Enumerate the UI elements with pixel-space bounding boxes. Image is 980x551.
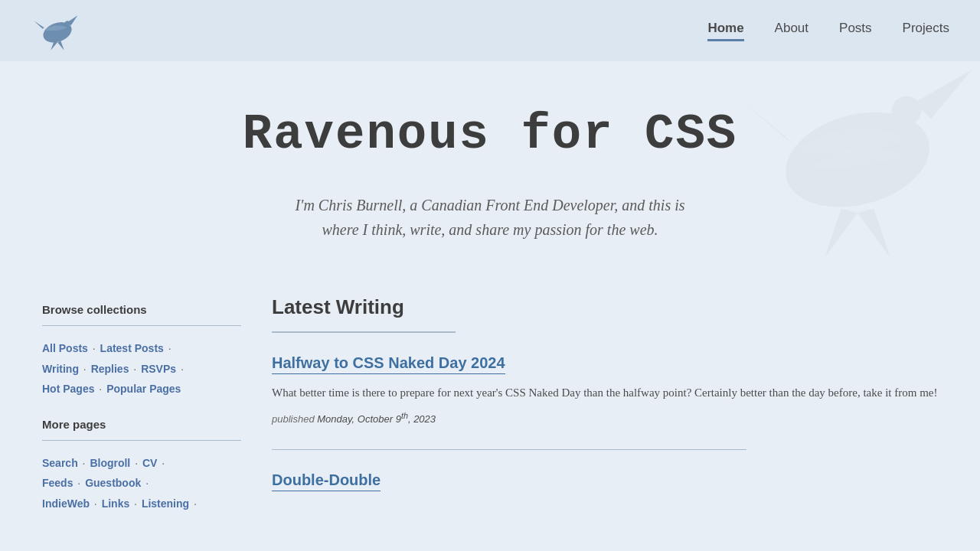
- hero-section: Ravenous for CSS I'm Chris Burnell, a Ca…: [0, 61, 980, 272]
- more-links: Search · Blogroll · CV · Feeds · Guestbo…: [42, 453, 241, 514]
- nav-link-posts[interactable]: Posts: [839, 21, 872, 35]
- link-writing[interactable]: Writing: [42, 363, 79, 375]
- nav-links: Home About Posts Projects: [707, 21, 949, 41]
- svg-marker-3: [51, 41, 57, 51]
- article-link-2[interactable]: Double-Double: [272, 471, 381, 488]
- article-date-link-1[interactable]: Monday, October 9th, 2023: [317, 413, 436, 425]
- link-latest-posts[interactable]: Latest Posts: [100, 342, 164, 354]
- nav-item-about[interactable]: About: [775, 21, 808, 41]
- logo-icon: [31, 8, 84, 54]
- more-pages-title: More pages: [42, 418, 241, 431]
- svg-point-5: [65, 21, 70, 26]
- article-item: Double-Double: [272, 471, 938, 491]
- link-blogroll[interactable]: Blogroll: [90, 457, 130, 469]
- dot-separator: ·: [83, 363, 90, 375]
- dot-separator: ·: [181, 363, 184, 375]
- browse-collections-title: Browse collections: [42, 303, 241, 316]
- dot-separator: ·: [83, 457, 89, 469]
- hero-description: I'm Chris Burnell, a Canadian Front End …: [276, 193, 704, 242]
- dot-separator: ·: [133, 363, 139, 375]
- svg-marker-9: [825, 209, 858, 258]
- nav-link-projects[interactable]: Projects: [903, 21, 949, 35]
- dot-separator: ·: [145, 477, 149, 489]
- site-logo[interactable]: [31, 8, 84, 54]
- dot-separator: ·: [134, 497, 140, 510]
- nav-item-projects[interactable]: Projects: [903, 21, 949, 41]
- dot-separator: ·: [99, 383, 105, 395]
- nav-link-home[interactable]: Home: [707, 21, 743, 35]
- article-item: Halfway to CSS Naked Day 2024 What bette…: [272, 354, 938, 425]
- link-rsvps[interactable]: RSVPs: [141, 363, 176, 375]
- link-popular-pages[interactable]: Popular Pages: [106, 383, 181, 395]
- published-label: published: [272, 413, 315, 425]
- main-content: Browse collections All Posts · Latest Po…: [0, 272, 980, 546]
- link-indieweb[interactable]: IndieWeb: [42, 497, 90, 510]
- more-pages-section: More pages Search · Blogroll · CV · Feed…: [42, 418, 241, 514]
- article-date-1: Monday, October 9: [317, 413, 401, 425]
- article-meta-1: published Monday, October 9th, 2023: [272, 411, 938, 425]
- nav-link-about[interactable]: About: [775, 21, 808, 35]
- main-nav: Home About Posts Projects: [0, 0, 980, 61]
- dot-separator: ·: [77, 477, 83, 489]
- svg-marker-2: [34, 21, 44, 29]
- article-separator: [272, 449, 746, 450]
- svg-marker-4: [57, 41, 64, 51]
- browse-divider: [42, 325, 241, 326]
- dot-separator: ·: [135, 457, 141, 469]
- sidebar: Browse collections All Posts · Latest Po…: [42, 295, 241, 516]
- dot-separator: ·: [162, 457, 165, 469]
- more-divider: [42, 440, 241, 441]
- link-feeds[interactable]: Feeds: [42, 477, 73, 489]
- article-date-sup-1: th: [401, 411, 408, 420]
- dot-separator: ·: [93, 342, 99, 354]
- hero-bird-decoration: [735, 61, 980, 268]
- article-title-1: Halfway to CSS Naked Day 2024: [272, 354, 505, 374]
- link-guestbook[interactable]: Guestbook: [85, 477, 141, 489]
- link-links[interactable]: Links: [102, 497, 130, 510]
- nav-item-posts[interactable]: Posts: [839, 21, 872, 41]
- article-title-2: Double-Double: [272, 471, 381, 491]
- dot-separator: ·: [94, 497, 100, 510]
- link-hot-pages[interactable]: Hot Pages: [42, 383, 94, 395]
- article-link-1[interactable]: Halfway to CSS Naked Day 2024: [272, 354, 505, 371]
- articles-section: Latest Writing Halfway to CSS Naked Day …: [272, 295, 938, 516]
- link-listening[interactable]: Listening: [142, 497, 189, 510]
- dot-separator: ·: [194, 497, 197, 510]
- browse-links: All Posts · Latest Posts · Writing · Rep…: [42, 338, 241, 399]
- svg-marker-10: [858, 209, 890, 258]
- dot-separator: ·: [168, 342, 172, 354]
- articles-divider: [272, 331, 456, 333]
- link-search[interactable]: Search: [42, 457, 78, 469]
- latest-writing-heading: Latest Writing: [272, 295, 938, 319]
- article-date-year-1: , 2023: [408, 413, 436, 425]
- article-excerpt-1: What better time is there to prepare for…: [272, 383, 938, 403]
- nav-item-home[interactable]: Home: [707, 21, 743, 41]
- link-replies[interactable]: Replies: [91, 363, 129, 375]
- site-title: Ravenous for CSS: [31, 107, 949, 162]
- link-cv[interactable]: CV: [142, 457, 157, 469]
- link-all-posts[interactable]: All Posts: [42, 342, 88, 354]
